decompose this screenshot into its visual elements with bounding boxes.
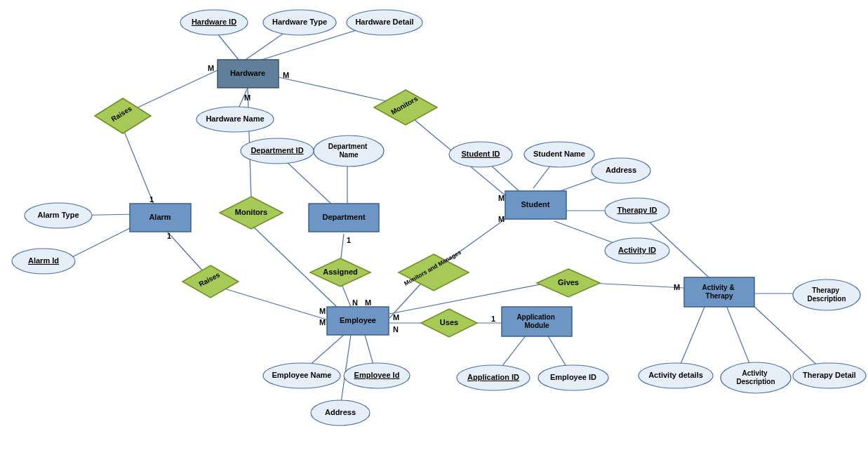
card-emp-monman: M [365,298,371,307]
attr-student-id: Student ID [449,142,512,167]
svg-line-18 [677,305,705,372]
svg-text:Employee Name: Employee Name [272,371,332,379]
attr-dept-id: Department ID [241,138,314,164]
attr-employee-address: Address [311,400,370,426]
svg-line-29 [211,284,326,319]
svg-text:Department ID: Department ID [251,146,303,154]
relation-gives: Gives [537,269,600,297]
attr-application-id: Application ID [457,365,530,390]
svg-text:Student: Student [521,200,550,209]
svg-line-5 [67,225,137,260]
attr-hardware-id: Hardware ID [180,10,248,35]
relation-raises-hw: Raises [95,98,151,133]
card-hw-mon-emp: M [244,93,251,102]
attr-activity-id: Activity ID [605,238,669,263]
svg-text:Address: Address [606,166,636,174]
attr-app-employee-id: Employee ID [538,365,608,390]
attr-dept-name: Department Name [314,136,384,166]
attr-hardware-type: Hardware Type [263,10,336,35]
svg-text:Activity &
      Therapy: Activity & Therapy [702,284,737,300]
attr-employee-id: Employee Id [344,363,410,388]
svg-text:Student Name: Student Name [533,150,585,158]
svg-text:Hardware: Hardware [230,69,265,77]
svg-text:Activity ID: Activity ID [618,246,656,254]
entity-alarm: Alarm [130,204,191,232]
entity-hardware: Hardware [218,60,279,88]
card-emp-uses: N [393,325,399,334]
attr-student-name: Student Name [524,142,594,167]
entity-department: Department [309,204,379,232]
svg-text:Gives: Gives [558,278,579,286]
svg-text:Therapy
      Description: Therapy Description [807,286,846,303]
svg-text:Alarm: Alarm [149,213,171,221]
card-dept-assgn: 1 [347,236,351,244]
card-alarm-remp: 1 [167,232,171,240]
attr-hardware-name: Hardware Name [196,107,274,132]
attr-therapy-detail: Therapy Detail [793,363,866,388]
svg-text:Activity details: Activity details [648,371,703,379]
entity-activity: Activity & Therapy [684,277,754,307]
entity-student: Student [505,191,566,219]
relation-uses: Uses [421,309,477,337]
svg-text:Student ID: Student ID [462,150,500,158]
card-alarm-rhw: 1 [149,195,154,204]
relation-monitors-hw-emp: Monitors [220,197,283,229]
card-hw-mon-stu: M [283,71,289,79]
entity-appmodule: Application Module [502,307,572,336]
svg-text:Department: Department [322,213,365,221]
attr-student-address: Address [592,158,650,183]
svg-text:Employee: Employee [340,316,376,324]
attr-hardware-detail: Hardware Detail [347,10,422,35]
svg-line-37 [589,283,684,288]
svg-text:Employee Id: Employee Id [354,371,400,379]
card-stu-monhw: M [498,194,505,202]
card-emp-raises: M [319,318,326,327]
relation-raises-emp: Raises [182,265,239,298]
svg-text:Hardware Name: Hardware Name [206,114,264,123]
relation-monitors-hw-stu: Monitors [374,90,437,125]
svg-text:Therapy Detail: Therapy Detail [803,371,856,379]
svg-text:Uses: Uses [440,318,458,327]
card-hw-raises: M [208,64,214,72]
svg-text:Activity
      Description: Activity Description [736,369,775,385]
attr-activity-description: Activity Description [721,362,791,393]
svg-text:Address: Address [325,408,356,416]
svg-text:Hardware Detail: Hardware Detail [355,18,413,26]
svg-text:Alarm Id: Alarm Id [28,256,59,265]
svg-text:Monitors: Monitors [235,208,267,216]
entity-employee: Employee [327,307,389,335]
card-emp-monhw: M [319,307,326,315]
attr-therapy-description: Therapy Description [793,279,860,310]
attr-employee-name: Employee Name [263,363,340,388]
relation-assigned: Assigned [310,258,370,286]
svg-text:Therapy ID: Therapy ID [617,206,657,214]
svg-line-21 [751,303,824,372]
svg-text:Hardware Type: Hardware Type [272,18,327,26]
card-emp-assgn: N [352,298,358,307]
svg-text:Assigned: Assigned [323,268,358,276]
attr-alarm-type: Alarm Type [25,203,92,228]
attr-therapy-id: Therapy ID [605,198,669,223]
relation-monitors-manages: Monitors and Manages [399,249,469,291]
card-stu-monman: M [498,215,505,223]
card-act-gives: M [674,283,680,291]
attr-activity-details: Activity details [639,363,713,388]
card-emp-gives: M [393,313,399,322]
svg-text:Alarm Type: Alarm Type [37,211,79,219]
svg-text:Hardware ID: Hardware ID [192,18,236,26]
attr-alarm-id: Alarm Id [12,249,75,274]
svg-text:Employee ID: Employee ID [550,373,596,381]
svg-text:Application ID: Application ID [467,373,519,381]
card-app-uses: 1 [491,315,495,323]
